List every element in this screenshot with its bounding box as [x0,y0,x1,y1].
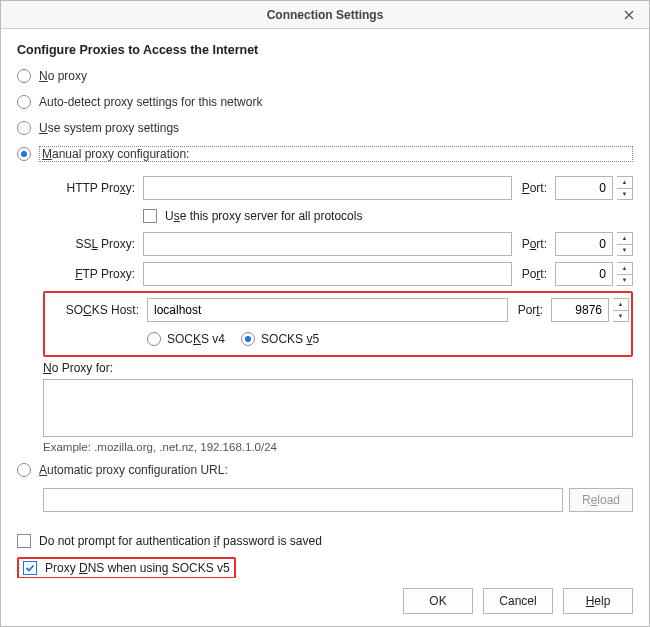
port-label: Port: [516,237,551,251]
radio-icon [17,121,31,135]
dialog-content: Configure Proxies to Access the Internet… [1,29,649,578]
connection-settings-dialog: Connection Settings Configure Proxies to… [0,0,650,627]
ssl-proxy-label: SSL Proxy: [43,237,139,251]
spinner-up-icon: ▲ [617,263,632,275]
titlebar: Connection Settings [1,1,649,29]
radio-socks-v4[interactable]: SOCKS v4 [147,332,225,346]
radio-icon [17,95,31,109]
http-port-spinner[interactable]: ▲▼ [617,176,633,200]
port-label: Port: [516,267,551,281]
radio-icon [17,147,31,161]
spinner-up-icon: ▲ [613,299,628,311]
ftp-proxy-row: FTP Proxy: Port: ▲▼ [43,259,633,289]
radio-icon [147,332,161,346]
spinner-up-icon: ▲ [617,233,632,245]
checkbox-icon [143,209,157,223]
radio-icon [17,463,31,477]
http-proxy-input[interactable] [143,176,512,200]
ftp-port-input[interactable] [555,262,613,286]
cancel-button[interactable]: Cancel [483,588,553,614]
ftp-proxy-input[interactable] [143,262,512,286]
socks-highlight: SOCKS Host: Port: ▲▼ SOCKS v4 SOCKS v5 [43,291,633,357]
ssl-proxy-input[interactable] [143,232,512,256]
use-all-protocols[interactable]: Use this proxy server for all protocols [143,203,633,229]
radio-use-system[interactable]: Use system proxy settings [17,115,633,141]
radio-icon [241,332,255,346]
manual-fields: HTTP Proxy: Port: ▲▼ Use this proxy serv… [43,173,633,453]
http-proxy-row: HTTP Proxy: Port: ▲▼ [43,173,633,203]
ssl-proxy-row: SSL Proxy: Port: ▲▼ [43,229,633,259]
ftp-port-spinner[interactable]: ▲▼ [617,262,633,286]
radio-icon [17,69,31,83]
http-port-input[interactable] [555,176,613,200]
http-proxy-label: HTTP Proxy: [43,181,139,195]
socks-host-input[interactable] [147,298,508,322]
lower-options: Do not prompt for authentication if pass… [17,529,633,578]
ok-button[interactable]: OK [403,588,473,614]
proxy-dns-highlight: Proxy DNS when using SOCKS v5 [17,557,236,578]
spinner-down-icon: ▼ [617,189,632,200]
checkbox-icon[interactable] [23,561,37,575]
radio-auto-url[interactable]: Automatic proxy configuration URL: [17,457,633,483]
auto-url-row: Reload [43,485,633,515]
port-label: Port: [512,303,547,317]
socks-port-spinner[interactable]: ▲▼ [613,298,629,322]
spinner-up-icon: ▲ [617,177,632,189]
close-icon[interactable] [615,1,643,29]
ssl-port-spinner[interactable]: ▲▼ [617,232,633,256]
help-button[interactable]: Help [563,588,633,614]
dialog-buttons: OK Cancel Help [1,578,649,626]
proxy-dns-label[interactable]: Proxy DNS when using SOCKS v5 [45,561,230,575]
socks-host-row: SOCKS Host: Port: ▲▼ [47,295,629,325]
socks-port-input[interactable] [551,298,609,322]
port-label: Port: [516,181,551,195]
section-heading: Configure Proxies to Access the Internet [17,43,633,57]
socks-version-row: SOCKS v4 SOCKS v5 [147,325,629,353]
dialog-title: Connection Settings [267,8,384,22]
no-proxy-example: Example: .mozilla.org, .net.nz, 192.168.… [43,441,633,453]
spinner-down-icon: ▼ [617,275,632,286]
radio-manual[interactable]: Manual proxy configuration: [17,141,633,167]
no-proxy-section: No Proxy for: Example: .mozilla.org, .ne… [43,361,633,453]
ssl-port-input[interactable] [555,232,613,256]
no-proxy-textarea[interactable] [43,379,633,437]
radio-no-proxy[interactable]: No proxy [17,63,633,89]
checkbox-no-prompt[interactable]: Do not prompt for authentication if pass… [17,529,633,553]
auto-url-input[interactable] [43,488,563,512]
radio-auto-detect[interactable]: Auto-detect proxy settings for this netw… [17,89,633,115]
ftp-proxy-label: FTP Proxy: [43,267,139,281]
reload-button[interactable]: Reload [569,488,633,512]
no-proxy-label: No Proxy for: [43,361,633,375]
socks-host-label: SOCKS Host: [47,303,143,317]
spinner-down-icon: ▼ [617,245,632,256]
checkbox-icon [17,534,31,548]
spinner-down-icon: ▼ [613,311,628,322]
radio-socks-v5[interactable]: SOCKS v5 [241,332,319,346]
